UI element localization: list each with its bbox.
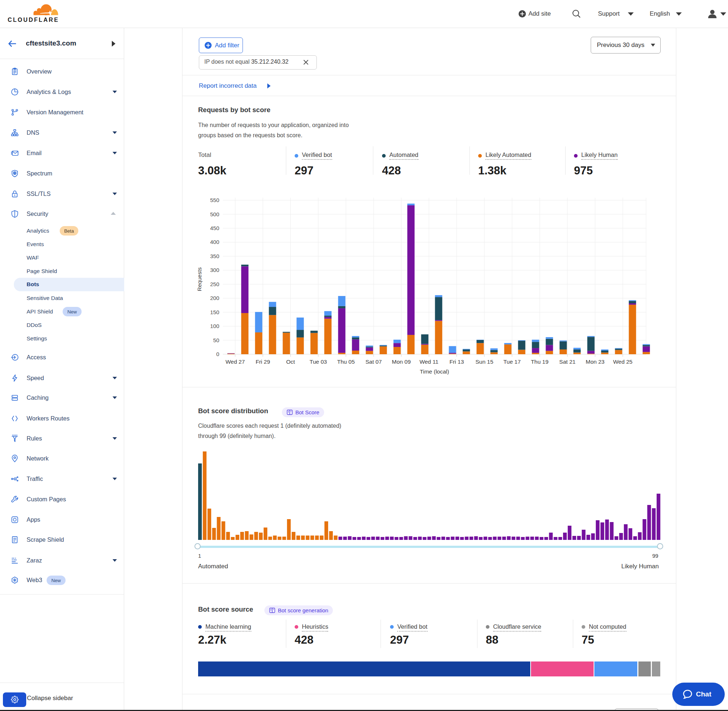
svg-text:200: 200 [210, 295, 219, 301]
svg-text:Oct: Oct [286, 358, 295, 365]
svg-text:Tue 03: Tue 03 [310, 358, 327, 365]
svg-text:Fri 29: Fri 29 [255, 358, 270, 365]
svg-text:Wed 11: Wed 11 [419, 358, 439, 365]
svg-text:Fri 13: Fri 13 [449, 358, 464, 365]
svg-text:500: 500 [210, 211, 219, 217]
svg-text:450: 450 [210, 225, 219, 231]
svg-text:Thu 19: Thu 19 [531, 358, 548, 365]
svg-text:250: 250 [210, 281, 219, 287]
svg-text:50: 50 [213, 337, 219, 343]
svg-text:400: 400 [210, 239, 219, 245]
svg-text:100: 100 [210, 323, 219, 329]
svg-text:Sat 07: Sat 07 [365, 358, 382, 365]
svg-text:350: 350 [210, 253, 219, 259]
svg-text:Sat 21: Sat 21 [560, 358, 576, 365]
svg-text:Thu 05: Thu 05 [337, 358, 355, 365]
svg-text:Mon 09: Mon 09 [392, 358, 411, 365]
svg-text:Requests: Requests [196, 267, 202, 291]
svg-text:Wed 25: Wed 25 [613, 358, 633, 365]
svg-text:Mon 23: Mon 23 [586, 358, 604, 365]
svg-text:550: 550 [210, 197, 219, 203]
svg-text:Sun 15: Sun 15 [475, 358, 493, 365]
svg-text:150: 150 [210, 309, 219, 315]
svg-text:Wed 27: Wed 27 [226, 358, 245, 365]
svg-text:Tue 17: Tue 17 [503, 358, 521, 365]
svg-text:Time (local): Time (local) [420, 369, 449, 375]
svg-text:0: 0 [216, 351, 219, 357]
svg-text:300: 300 [210, 267, 219, 273]
